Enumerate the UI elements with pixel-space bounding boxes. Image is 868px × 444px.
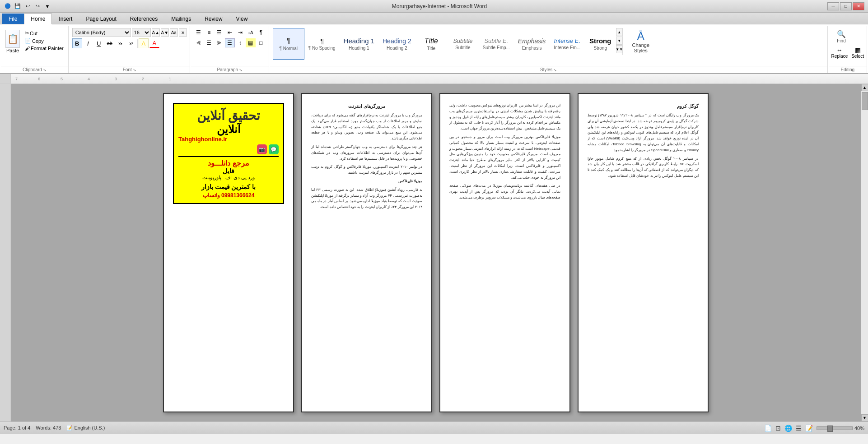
page-2-content: مرورگرهای اینترنت مرورگر وب یا مرورگر ای…: [311, 103, 422, 210]
format-painter-label: Format Painter: [31, 46, 64, 51]
style-title-label: Title: [427, 46, 436, 51]
view-outline-btn[interactable]: ☰: [796, 425, 802, 432]
styles-scroll-down[interactable]: ▼: [616, 37, 622, 45]
window-title: Morurgarhaye-Internet - Microsoft Word: [51, 3, 827, 9]
decrease-indent-btn[interactable]: ⇤: [225, 28, 235, 37]
cut-button[interactable]: ✂ Cut: [23, 30, 65, 37]
font-name-select[interactable]: Calibri (Body): [72, 28, 131, 37]
underline-btn[interactable]: U: [94, 38, 104, 48]
view-normal-btn[interactable]: 📄: [764, 425, 772, 432]
show-marks-btn[interactable]: ¶: [256, 28, 266, 37]
document-area[interactable]: تحقیق آنلاین آنلاین Tahghighonline.ir 📷 …: [11, 84, 861, 421]
clipboard-expand-icon[interactable]: ↘: [43, 68, 47, 72]
tab-file[interactable]: File: [2, 14, 24, 24]
restore-btn[interactable]: □: [840, 2, 852, 10]
tab-review[interactable]: Review: [198, 14, 229, 24]
style-heading2[interactable]: Heading 2 Heading 2: [378, 28, 415, 60]
line-spacing-btn[interactable]: ↕: [235, 38, 245, 47]
tab-home[interactable]: Home: [24, 14, 52, 24]
font-expand-icon[interactable]: ↘: [133, 68, 136, 72]
save-quick-btn[interactable]: 💾: [14, 2, 22, 10]
styles-more[interactable]: ▼▼: [616, 45, 622, 53]
ruler-area: 7 6 5 4 3 2 1: [0, 74, 868, 84]
scroll-up-btn[interactable]: ▲: [861, 84, 868, 91]
close-btn[interactable]: ✕: [853, 2, 864, 10]
styles-scroll-up[interactable]: ▲: [616, 28, 622, 36]
strikethrough-btn[interactable]: ab: [105, 38, 115, 48]
app-icon: 🔵: [4, 2, 12, 10]
font-color-btn[interactable]: A: [149, 38, 159, 48]
subscript-btn[interactable]: x₂: [116, 38, 126, 48]
text-highlight-btn[interactable]: A: [139, 38, 149, 48]
page-info: Page: 1 of 4: [4, 425, 30, 431]
paragraph-expand-icon[interactable]: ↘: [239, 68, 243, 72]
tab-insert[interactable]: Insert: [52, 14, 79, 24]
numbering-btn[interactable]: ≡: [204, 28, 214, 37]
customize-quick-btn[interactable]: ▼: [43, 2, 51, 10]
decrease-font-btn[interactable]: A▼: [161, 28, 169, 37]
tab-view[interactable]: View: [229, 14, 255, 24]
page4-heading: گوگل کروم: [588, 103, 699, 110]
style-emphasis[interactable]: Emphasis Emphasis: [514, 28, 550, 60]
style-normal[interactable]: ¶ ¶ Normal: [273, 28, 304, 60]
font-row2: B I U ab x₂ x² A A: [72, 38, 159, 48]
style-subtitle-preview: Subtitle: [453, 37, 472, 44]
replace-button[interactable]: ↔ Replace: [831, 46, 848, 59]
align-right-btn[interactable]: ⫸: [215, 38, 224, 47]
paste-label: Paste: [6, 48, 19, 53]
tab-mailings[interactable]: Mailings: [164, 14, 198, 24]
style-intense-emph[interactable]: Intense E. Intense Em...: [550, 28, 584, 60]
style-strong[interactable]: Strong Strong: [584, 28, 616, 60]
zoom-thumb[interactable]: [827, 426, 833, 432]
view-draft-btn[interactable]: 📝: [805, 425, 813, 432]
paragraph-group-content: ☰ ≡ ☰ ⇤ ⇥ ↕A ¶ ⫷ ☰ ⫸ ☰ ↕ ▤ □: [191, 26, 269, 66]
undo-quick-btn[interactable]: ↩: [23, 2, 32, 10]
font-size-select[interactable]: 16: [132, 28, 151, 37]
page2-para5: به فارسی، روباه آتشین (موزیلا) اطلاق شده…: [311, 187, 422, 210]
tab-references[interactable]: References: [123, 14, 164, 24]
styles-expand-icon[interactable]: ↘: [553, 68, 557, 72]
superscript-btn[interactable]: x²: [126, 38, 136, 48]
scroll-thumb[interactable]: [862, 92, 868, 110]
borders-btn[interactable]: □: [256, 38, 266, 47]
zoom-slider[interactable]: [817, 426, 853, 430]
style-no-spacing[interactable]: ¶ ¶ No Spacing: [304, 28, 340, 60]
select-button[interactable]: ▦ Select: [851, 46, 864, 59]
format-painter-button[interactable]: 🖌 Format Painter: [23, 45, 65, 51]
minimize-btn[interactable]: ─: [827, 2, 839, 10]
status-bar: Page: 1 of 4 Words: 473 📝 English (U.S.)…: [0, 421, 868, 434]
styles-scroll-buttons: ▲ ▼ ▼▼: [616, 28, 622, 53]
bullets-btn[interactable]: ☰: [194, 28, 204, 37]
replace-icon: ↔: [836, 46, 843, 54]
italic-btn[interactable]: I: [83, 38, 93, 48]
increase-indent-btn[interactable]: ⇥: [235, 28, 245, 37]
clipboard-group-content: 📋 Paste ✂ Cut 📄 Copy 🖌 Format Painter: [1, 26, 68, 66]
clear-format-btn[interactable]: ✕: [179, 28, 187, 37]
view-fullscreen-btn[interactable]: ⊡: [775, 425, 781, 432]
shading-btn[interactable]: ▤: [246, 38, 256, 47]
page2-heading: مرورگرهای اینترنت: [311, 103, 422, 110]
increase-font-btn[interactable]: A▲: [152, 28, 160, 37]
redo-quick-btn[interactable]: ↪: [33, 2, 42, 10]
tab-page-layout[interactable]: Page Layout: [79, 14, 123, 24]
select-label: Select: [851, 54, 864, 59]
style-subtitle-label: Subtitle: [455, 45, 470, 50]
view-web-btn[interactable]: 🌐: [784, 425, 792, 432]
sort-btn[interactable]: ↕A: [246, 28, 256, 37]
right-scrollbar[interactable]: ▲ ▼: [861, 84, 868, 421]
style-heading1[interactable]: Heading 1 Heading 1: [340, 28, 378, 60]
copy-button[interactable]: 📄 Copy: [23, 37, 65, 44]
find-button[interactable]: 🔍 Find: [831, 28, 852, 45]
style-subtle-emph[interactable]: Subtle E. Subtle Emp...: [479, 28, 514, 60]
scroll-down-btn[interactable]: ▼: [861, 414, 868, 421]
align-left-btn[interactable]: ⫷: [194, 38, 204, 47]
bold-btn[interactable]: B: [72, 38, 82, 48]
multilevel-btn[interactable]: ☰: [215, 28, 224, 37]
style-subtitle[interactable]: Subtitle Subtitle: [447, 28, 479, 60]
paste-button[interactable]: 📋 Paste: [4, 28, 22, 55]
justify-btn[interactable]: ☰: [225, 38, 235, 47]
change-styles-button[interactable]: Ā ChangeStyles: [622, 28, 658, 55]
change-case-btn[interactable]: Aa: [170, 28, 178, 37]
style-title[interactable]: Title Title: [415, 28, 447, 60]
align-center-btn[interactable]: ☰: [204, 38, 214, 47]
